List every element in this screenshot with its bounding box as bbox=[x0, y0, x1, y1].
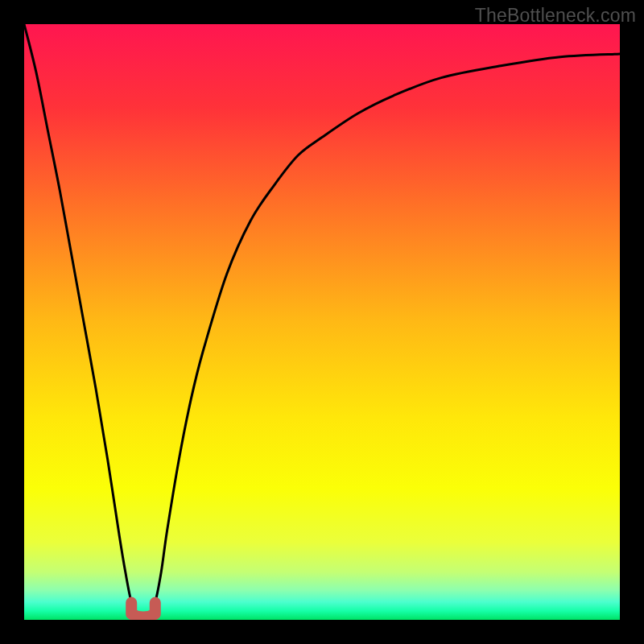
plot-area bbox=[24, 24, 620, 620]
watermark-text: TheBottleneck.com bbox=[475, 5, 636, 27]
chart-frame: TheBottleneck.com bbox=[0, 0, 644, 644]
bottleneck-curve bbox=[24, 24, 620, 620]
